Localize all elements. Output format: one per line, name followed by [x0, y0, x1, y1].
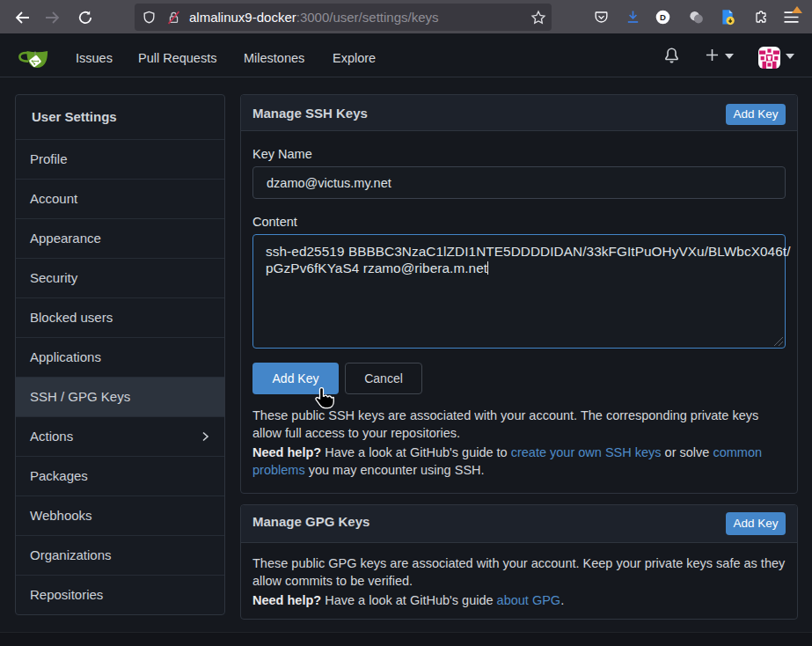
svg-text:D: D — [660, 12, 666, 22]
